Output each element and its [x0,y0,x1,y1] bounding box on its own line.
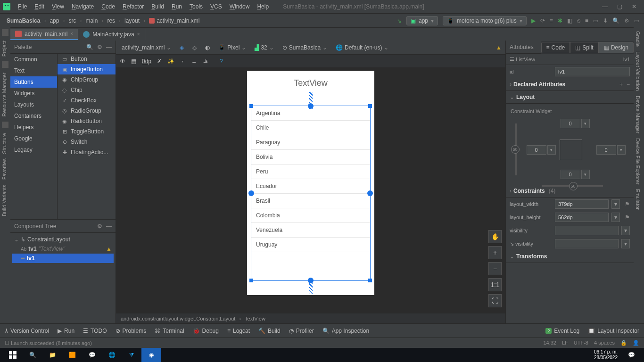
palette-category[interactable]: Containers [10,110,57,122]
bottom-tool-button[interactable]: ▶Run [58,328,74,334]
hector-icon[interactable]: 👤 [633,340,639,346]
warning-icon[interactable]: ▲ [496,44,502,51]
breadcrumb-item[interactable]: activity_main.xml [147,16,201,25]
maximize-icon[interactable]: ▢ [617,3,622,10]
design-canvas[interactable]: ▼ TextView ArgentinaChileParaguayBolivia… [116,68,505,313]
debug-restart-icon[interactable]: ⟳ [540,17,545,24]
attr-input[interactable] [555,226,619,235]
breadcrumb-item[interactable]: SumaBasica [5,16,42,25]
gear-icon[interactable]: ⚙ [97,44,102,50]
dropdown-icon[interactable]: ▾ [611,199,620,209]
bottom-tool-button[interactable]: ⊘Problems [116,328,147,334]
collapse-icon[interactable]: — [106,44,112,50]
chrome-icon[interactable]: 🌐 [102,348,122,362]
vscode-icon[interactable]: ⧩ [122,348,141,362]
menu-refactor[interactable]: Refactor [120,2,147,11]
locale-combo[interactable]: 🌐Default (en-us)⌄ [334,43,390,52]
palette-item[interactable]: ◉RadioButton [58,116,116,126]
menu-tools[interactable]: Tools [187,2,206,11]
split-mode-button[interactable]: ◫Split [570,42,598,53]
editor-tab[interactable]: MainActivity.java× [78,29,145,40]
tool-window-button[interactable]: Build Variants [1,185,7,216]
dropdown-icon[interactable]: ▾ [611,213,620,222]
menu-navigate[interactable]: Navigate [69,2,97,11]
event-log-button[interactable]: 2 Event Log [545,328,579,334]
tool-window-button[interactable]: Device File Explorer [635,138,641,184]
device-combo[interactable]: 📱motorola moto g(6) plus▾ [443,16,527,25]
coverage-icon[interactable]: ◧ [567,17,572,24]
palette-category[interactable]: Common [10,54,57,65]
store-icon[interactable]: 🟧 [62,348,82,362]
palette-category[interactable]: Widgets [10,88,57,99]
attach-icon[interactable]: ⎋ [577,17,580,24]
palette-item[interactable]: ◉ChipGroup [58,74,116,85]
search-button[interactable]: 🔍 [23,348,42,362]
profile-icon[interactable]: ≡ [550,17,553,24]
tool-window-button[interactable]: Device Manager [635,96,641,133]
breadcrumb-item[interactable]: layout [123,16,141,25]
bottom-tool-button[interactable]: ◔Profiler [289,328,314,334]
menu-view[interactable]: View [49,2,67,11]
zoom-button[interactable]: ✋ [488,230,502,243]
editor-tab[interactable]: activity_main.xml× [10,29,78,40]
id-input[interactable]: lv1 [555,67,630,76]
zoom-button[interactable]: 1:1 [488,278,502,291]
palette-item[interactable]: ⊙Switch [58,137,116,147]
help-icon[interactable]: ? [220,58,223,65]
attr-input[interactable]: 562dp [555,213,609,222]
surface-icon[interactable]: ◈ [178,43,186,52]
breadcrumb-item[interactable]: res [105,16,117,25]
preview-textview[interactable]: TextView [247,71,374,92]
layout-inspector-button[interactable]: 🔲Layout Inspector [588,328,639,334]
menu-code[interactable]: Code [99,2,118,11]
bottom-tool-button[interactable]: ≡Logcat [227,328,250,334]
night-icon[interactable]: ◐ [203,43,212,52]
bottom-tool-button[interactable]: 🐞Debug [193,328,219,334]
palette-item[interactable]: ▭Button [58,54,116,64]
constraint-widget[interactable]: Constraint Widget 50 0 ▾ 0 ▾ 0 ▾ 0 ▾ 50 [506,104,634,185]
code-mode-button[interactable]: ≡Code [541,42,570,53]
device-combo[interactable]: 📱Pixel⌄ [216,43,248,52]
file-combo[interactable]: activity_main.xml⌄ [120,43,173,52]
minimize-icon[interactable]: — [602,3,608,10]
avd-icon[interactable]: ▭ [593,17,598,24]
menu-help[interactable]: Help [254,2,272,11]
close-tab-icon[interactable]: × [137,32,140,37]
breadcrumb-item[interactable]: app [48,16,61,25]
close-tab-icon[interactable]: × [70,31,73,36]
gear-icon[interactable]: ⚙ [97,223,102,230]
menu-edit[interactable]: Edit [32,2,47,11]
hide-icon[interactable]: ▭ [634,17,639,24]
pack-icon[interactable]: ⫠ [191,58,197,65]
bottom-tool-button[interactable]: 🔨Build [258,328,281,334]
theme-combo[interactable]: ⊙SumaBasica⌄ [281,43,329,52]
lock-icon[interactable]: 🔒 [620,340,627,346]
palette-item[interactable]: ⊞ToggleButton [58,126,116,137]
sdk-icon[interactable]: ⬇ [603,17,608,24]
menu-vcs[interactable]: VCS [207,2,225,11]
tool-window-button[interactable]: Favorites [1,158,7,180]
run-config-combo[interactable]: ▣app▾ [406,16,438,25]
status-lf[interactable]: LF [562,340,568,346]
tree-item[interactable]: Ab tv1 "TextView"▲ [12,244,114,254]
zoom-button[interactable]: ⛶ [488,294,502,307]
margin-combo[interactable]: 0dp [142,58,151,65]
zoom-button[interactable]: − [488,262,502,275]
explorer-icon[interactable]: 📁 [42,348,62,362]
stop-icon[interactable]: ■ [585,17,588,24]
sync-icon[interactable]: ↘ [397,17,402,24]
palette-category[interactable]: Helpers [10,122,57,133]
palette-item[interactable]: ▣ImageButton [58,64,116,74]
crumb[interactable]: TextView [245,316,265,321]
palette-category[interactable]: Google [10,133,57,144]
search-everywhere-icon[interactable]: 🔍 [612,17,619,24]
tool-window-button[interactable]: Gradle [635,31,641,47]
status-charset[interactable]: UTF-8 [574,340,588,346]
remove-icon[interactable]: − [627,81,630,88]
clear-constraints-icon[interactable]: ✗ [157,58,162,65]
guideline-icon[interactable]: ⫡ [203,58,208,65]
constraints-section[interactable]: Constraints [513,188,545,194]
tool-window-button[interactable]: Emulator [635,189,641,210]
preview-listview-selection[interactable]: ArgentinaChileParaguayBoliviaPeruEcuador… [251,106,371,281]
align-icon[interactable]: ⫟ [180,58,186,65]
